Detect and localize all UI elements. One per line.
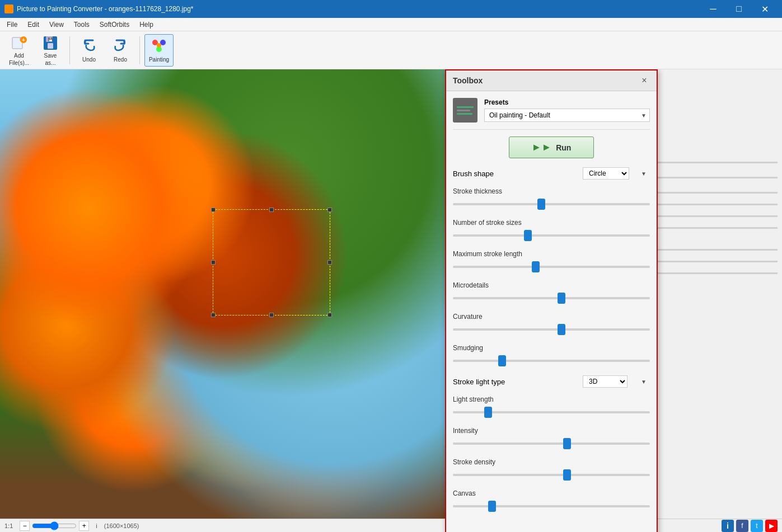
menu-softorbits[interactable]: SoftOrbits (95, 20, 134, 30)
canvas-slider[interactable] (453, 500, 650, 513)
preset-line-1 (457, 106, 474, 108)
microdetails-thumb[interactable] (558, 293, 565, 304)
light-strength-label: Light strength (453, 396, 650, 403)
handle-bottom-mid[interactable] (269, 313, 274, 317)
brush-shape-dropdown[interactable]: Circle Square Diamond (583, 167, 629, 180)
menu-help[interactable]: Help (135, 20, 158, 30)
menu-tools[interactable]: Tools (69, 20, 94, 30)
stroke-thickness-thumb[interactable] (537, 199, 545, 210)
painting-icon (150, 37, 168, 55)
intensity-slider[interactable] (453, 437, 650, 450)
curvature-control: Curvature (453, 313, 650, 336)
save-as-button[interactable]: 💾 Save as... (36, 34, 65, 67)
handle-mid-left[interactable] (211, 260, 216, 265)
preset-dropdown[interactable]: Oil painting - Default Oil painting - Vi… (484, 109, 650, 122)
light-strength-control: Light strength (453, 396, 650, 419)
intensity-thumb[interactable] (563, 438, 571, 449)
max-stroke-length-slider[interactable] (453, 260, 650, 274)
undo-button[interactable]: Undo (74, 34, 104, 67)
curvature-track (453, 328, 650, 331)
painting-button[interactable]: Painting (144, 34, 174, 67)
smudging-slider[interactable] (453, 354, 650, 368)
light-strength-thumb[interactable] (484, 407, 492, 418)
menu-edit[interactable]: Edit (23, 20, 44, 30)
curvature-slider[interactable] (453, 323, 650, 336)
social-icons: i f t ▶ (722, 520, 778, 532)
toolbox-close-button[interactable]: × (639, 75, 650, 86)
num-stroke-sizes-thumb[interactable] (524, 230, 532, 241)
stroke-density-track (453, 474, 650, 476)
toolbar-sep-1 (69, 36, 70, 64)
menu-view[interactable]: View (45, 20, 68, 30)
handle-mid-right[interactable] (327, 260, 332, 265)
stroke-thickness-control: Stroke thickness (453, 187, 650, 211)
stroke-light-type-wrapper: 3D Flat Emboss ▼ (583, 375, 650, 388)
menu-file[interactable]: File (2, 20, 22, 30)
intensity-label: Intensity (453, 427, 650, 435)
stroke-density-label: Stroke density (453, 458, 650, 466)
add-file-label1: Add (14, 53, 24, 59)
redo-button[interactable]: Redo (106, 34, 135, 67)
handle-bottom-left[interactable] (211, 313, 216, 317)
stroke-light-type-label: Stroke light type (453, 378, 505, 386)
close-button[interactable]: ✕ (752, 0, 778, 18)
maximize-button[interactable]: □ (726, 0, 752, 18)
svg-text:+: + (22, 37, 25, 43)
status-bar: 1:1 − + i (1600×1065) i f t ▶ (0, 519, 782, 532)
handle-top-mid[interactable] (269, 208, 274, 212)
save-label2: as... (45, 60, 56, 66)
toolbar-sep-2 (139, 36, 140, 64)
light-strength-slider[interactable] (453, 406, 650, 419)
minimize-button[interactable]: ─ (700, 0, 726, 18)
zoom-in-button[interactable]: + (79, 521, 89, 531)
save-label1: Save (44, 53, 57, 59)
toolbox-title: Toolbox (453, 76, 483, 85)
youtube-icon[interactable]: ▶ (765, 520, 778, 532)
stroke-light-type-dropdown[interactable]: 3D Flat Emboss (583, 375, 628, 388)
curvature-thumb[interactable] (558, 324, 565, 335)
run-label: Run (556, 143, 571, 152)
save-icon: 💾 (41, 35, 59, 51)
handle-bottom-right[interactable] (327, 313, 332, 317)
stroke-density-slider[interactable] (453, 468, 650, 482)
selection-rectangle[interactable] (213, 209, 330, 316)
stroke-density-thumb[interactable] (563, 469, 571, 481)
content-area: ◀ Previous ▶ Next ting - Default Run (0, 69, 782, 532)
title-bar-controls: ─ □ ✕ (700, 0, 778, 18)
stroke-thickness-slider[interactable] (453, 197, 650, 211)
preset-line-2 (457, 110, 470, 111)
max-stroke-length-thumb[interactable] (532, 261, 540, 272)
undo-label: Undo (82, 57, 96, 63)
run-arrow-icon: ►► (532, 142, 552, 153)
toolbar: + Add File(s)... 💾 Save as... (0, 31, 782, 69)
toolbox-header: Toolbox × (446, 70, 657, 91)
canvas-area[interactable] (0, 69, 445, 532)
canvas-track (453, 505, 650, 507)
canvas-label: Canvas (453, 489, 650, 497)
svg-rect-5 (48, 43, 53, 49)
brush-shape-label: Brush shape (453, 170, 494, 178)
canvas-thumb[interactable] (488, 501, 496, 512)
handle-top-right[interactable] (327, 208, 332, 212)
image-info: i (96, 522, 97, 529)
canvas-control: Canvas (453, 489, 650, 513)
handle-top-left[interactable] (211, 208, 216, 212)
num-stroke-sizes-control: Number of stroke sizes (453, 219, 650, 242)
svg-text:💾: 💾 (48, 37, 53, 42)
smudging-track (453, 360, 650, 362)
num-stroke-sizes-slider[interactable] (453, 229, 650, 242)
max-stroke-length-track (453, 266, 650, 268)
twitter-icon[interactable]: t (751, 520, 763, 532)
zoom-out-button[interactable]: − (20, 521, 30, 531)
smudging-thumb[interactable] (498, 355, 506, 366)
title-bar-text: Picture to Painting Converter - oranges-… (17, 5, 194, 13)
add-file-label2: File(s)... (9, 60, 29, 66)
stroke-thickness-label: Stroke thickness (453, 187, 650, 195)
add-file-button[interactable]: + Add File(s)... (4, 34, 34, 67)
info-icon[interactable]: i (722, 520, 734, 532)
facebook-icon[interactable]: f (736, 520, 748, 532)
zoom-slider[interactable] (32, 521, 77, 530)
microdetails-slider[interactable] (453, 291, 650, 305)
run-button[interactable]: ►► Run (509, 136, 594, 158)
toolbox-body[interactable]: Presets Oil painting - Default Oil paint… (446, 91, 657, 532)
